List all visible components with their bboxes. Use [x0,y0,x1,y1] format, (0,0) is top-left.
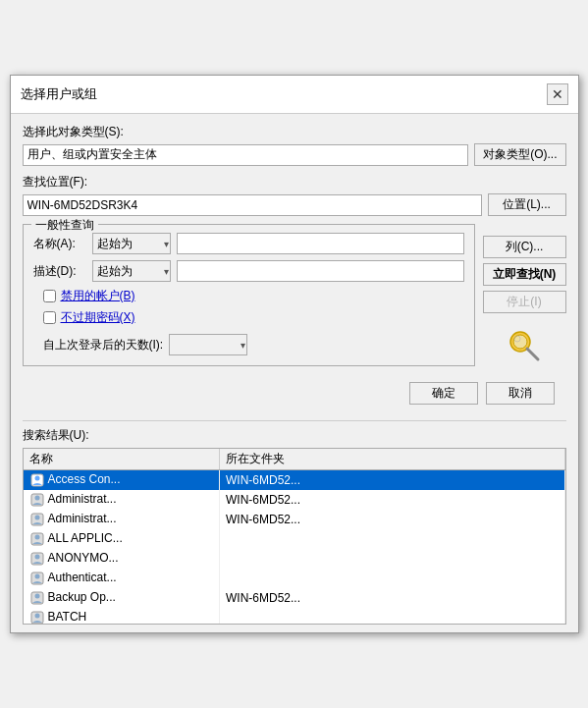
result-name-cell: ANONYMO... [24,549,220,569]
table-row[interactable]: Administrat...WIN-6MD52... [24,510,565,529]
svg-point-11 [34,535,39,540]
dialog-content: 选择此对象类型(S): 对象类型(O)... 查找位置(F): 位置(L)...… [11,114,578,420]
days-combo[interactable] [169,334,247,355]
col-name-header: 名称 [24,449,220,470]
list-button[interactable]: 列(C)... [483,236,566,258]
stop-button[interactable]: 停止(I) [483,291,566,313]
disabled-account-checkbox[interactable] [43,290,56,302]
result-name-cell: Authenticat... [24,569,220,588]
svg-point-9 [34,516,39,520]
desc-combo[interactable]: 起始为 [92,260,171,282]
table-header: 名称 所在文件夹 [24,449,565,470]
results-table-wrapper[interactable]: 名称 所在文件夹 Access Con...WIN-6MD52... Admin… [23,448,566,625]
checkbox2-row: 不过期密码(X) [43,309,464,326]
results-body: Access Con...WIN-6MD52... Administrat...… [24,470,565,626]
table-row[interactable]: ANONYMO... [24,549,565,569]
svg-point-15 [34,574,39,579]
object-type-row: 选择此对象类型(S): 对象类型(O)... [23,124,566,166]
col-folder-header: 所在文件夹 [220,449,565,470]
results-section: 搜索结果(U): 名称 所在文件夹 Access Con...WIN-6MD52… [23,420,566,625]
select-user-group-dialog: 选择用户或组 ✕ 选择此对象类型(S): 对象类型(O)... 查找位置(F):… [10,75,579,633]
group-legend: 一般性查询 [31,217,98,234]
days-label: 自上次登录后的天数(I): [43,337,164,354]
result-folder-cell: WIN-6MD52... [220,510,565,529]
result-name-cell: Backup Op... [24,588,220,608]
search-icon-area [483,326,566,365]
close-button[interactable]: ✕ [547,83,568,105]
result-name-cell: Administrat... [24,490,220,510]
table-row[interactable]: BATCH [24,608,565,625]
title-bar: 选择用户或组 ✕ [11,76,578,114]
object-type-label: 选择此对象类型(S): [23,124,566,140]
ok-button[interactable]: 确定 [409,382,478,405]
svg-line-2 [527,349,538,359]
result-folder-cell [220,608,565,625]
table-row[interactable]: ALL APPLIC... [24,529,565,549]
desc-label: 描述(D): [33,263,92,280]
location-button[interactable]: 位置(L)... [488,193,566,216]
result-folder-cell: WIN-6MD52... [220,470,565,491]
svg-point-17 [34,594,39,599]
location-input[interactable] [23,194,482,216]
results-label: 搜索结果(U): [23,427,566,444]
name-row: 名称(A): 起始为 ▾ [33,233,464,254]
checkbox1-row: 禁用的帐户(B) [43,288,464,304]
result-name-cell: Access Con... [24,470,220,491]
bottom-buttons: 确定 取消 [23,376,566,410]
table-row[interactable]: Access Con...WIN-6MD52... [24,470,565,491]
days-combo-wrapper: ▾ [169,334,247,355]
result-name-cell: ALL APPLIC... [24,529,220,549]
result-folder-cell [220,529,565,549]
general-query-group: 一般性查询 名称(A): 起始为 ▾ 描 [23,224,475,366]
result-folder-cell: WIN-6MD52... [220,588,565,608]
name-input[interactable] [177,233,464,254]
dialog-title: 选择用户或组 [21,85,97,103]
no-expire-password-checkbox[interactable] [43,311,56,324]
results-table: 名称 所在文件夹 Access Con...WIN-6MD52... Admin… [24,449,565,625]
desc-combo-wrapper: 起始为 ▾ [92,260,171,282]
no-expire-password-label[interactable]: 不过期密码(X) [61,309,135,326]
find-now-button[interactable]: 立即查找(N) [483,263,566,286]
object-type-input[interactable] [23,144,469,166]
cancel-button[interactable]: 取消 [486,382,555,405]
result-name-cell: Administrat... [24,510,220,529]
result-folder-cell [220,549,565,569]
location-field: 位置(L)... [23,193,566,216]
search-icon [505,326,544,365]
svg-point-19 [34,614,39,619]
svg-point-5 [34,476,39,481]
name-label: 名称(A): [33,236,92,252]
svg-point-13 [34,555,39,560]
disabled-account-label[interactable]: 禁用的帐户(B) [61,288,135,304]
desc-input[interactable] [177,260,464,282]
object-type-button[interactable]: 对象类型(O)... [474,143,565,166]
result-folder-cell: WIN-6MD52... [220,490,565,510]
table-row[interactable]: Administrat...WIN-6MD52... [24,490,565,510]
days-row: 自上次登录后的天数(I): ▾ [43,334,464,355]
location-label: 查找位置(F): [23,174,566,191]
name-combo[interactable]: 起始为 [92,233,171,254]
table-row[interactable]: Backup Op...WIN-6MD52... [24,588,565,608]
svg-point-7 [34,496,39,501]
object-type-field: 对象类型(O)... [23,143,566,166]
table-row[interactable]: Authenticat... [24,569,565,588]
result-folder-cell [220,569,565,588]
location-row: 查找位置(F): 位置(L)... [23,174,566,216]
desc-row: 描述(D): 起始为 ▾ [33,260,464,282]
result-name-cell: BATCH [24,608,220,625]
name-combo-wrapper: 起始为 ▾ [92,233,171,254]
